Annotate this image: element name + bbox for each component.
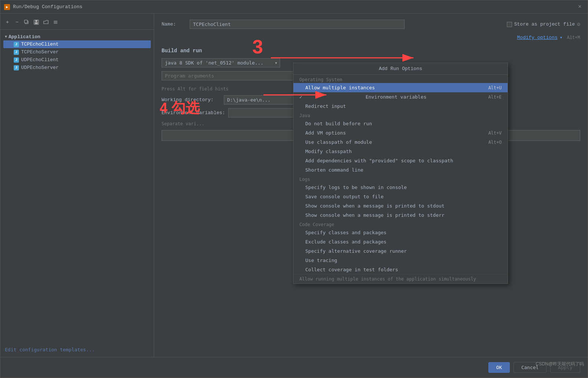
specify-coverage-runner-label: Specify alternative coverage runner — [305, 248, 407, 254]
dialog-title: Run/Debug Configurations — [13, 4, 82, 10]
add-run-options-dropdown: Add Run Options Operating System Allow m… — [293, 63, 508, 284]
add-vm-options-shortcut: Alt+V — [488, 130, 502, 136]
allow-multiple-instances-item[interactable]: Allow multiple instances Alt+U — [293, 83, 508, 92]
application-group-header[interactable]: ▼ Application — [3, 33, 151, 40]
redirect-input-item[interactable]: Redirect input — [293, 102, 508, 111]
build-run-section-header: Build and run — [162, 48, 580, 54]
modify-options-row: Modify options ▾ Alt+M — [162, 35, 580, 40]
environment-variables-item[interactable]: ✓ Environment variables Alt+E — [293, 92, 508, 102]
config-item-label: TCPEchoServer — [21, 49, 59, 55]
java-file-icon: J — [14, 50, 19, 55]
working-dir-label: Working directory: — [162, 97, 221, 103]
add-vm-options-item[interactable]: Add VM options Alt+V — [293, 128, 508, 137]
use-tracing-label: Use tracing — [305, 258, 337, 263]
shorten-command-item[interactable]: Shorten command line — [293, 165, 508, 175]
show-console-stdout-item[interactable]: Show console when a message is printed t… — [293, 201, 508, 210]
specify-classes-label: Specify classes and packages — [305, 230, 386, 235]
app-icon: ▶ — [4, 4, 10, 10]
sidebar-toolbar: + − — [0, 17, 154, 30]
environment-variables-label: Environment variables — [366, 94, 426, 100]
show-console-stderr-item[interactable]: Show console when a message is printed t… — [293, 210, 508, 220]
use-tracing-item[interactable]: Use tracing — [293, 256, 508, 265]
config-tree: ▼ Application J TCPEchoClient J TCPEchoS… — [0, 30, 154, 75]
config-item-label: UDPEchoServer — [21, 65, 59, 70]
env-vars-label: Environment variables: — [162, 110, 225, 116]
save-config-button[interactable] — [32, 18, 40, 26]
run-debug-dialog: ▶ Run/Debug Configurations × + − — [0, 0, 588, 378]
svg-rect-4 — [35, 22, 38, 24]
dropdown-header: Add Run Options — [293, 63, 508, 75]
store-project-label: Store as project file — [514, 21, 575, 27]
store-project-gear-icon[interactable]: ⚙ — [577, 21, 580, 27]
do-not-build-label: Do not build before run — [305, 121, 372, 126]
save-console-label: Save console output to file — [305, 194, 383, 199]
config-item-label: UDPEchoClient — [21, 57, 59, 63]
use-classpath-item[interactable]: Use classpath of module Alt+O — [293, 137, 508, 147]
config-item-label: TCPEchoClient — [21, 42, 59, 47]
application-group: ▼ Application J TCPEchoClient J TCPEchoS… — [0, 32, 154, 73]
java-file-icon: J — [14, 42, 19, 47]
ok-button[interactable]: OK — [488, 362, 510, 373]
modify-shortcut-label: Alt+M — [567, 35, 580, 40]
svg-rect-1 — [24, 20, 27, 23]
add-dependencies-item[interactable]: Add dependencies with "provided" scope t… — [293, 156, 508, 165]
modify-dropdown-icon: ▾ — [560, 35, 562, 40]
environment-variables-shortcut: Alt+E — [488, 94, 502, 100]
shorten-command-label: Shorten command line — [305, 167, 363, 173]
java-file-icon: J — [14, 65, 19, 70]
modify-classpath-item[interactable]: Modify classpath — [293, 147, 508, 156]
java-section-label: Java — [293, 111, 508, 119]
add-vm-options-label: Add VM options — [305, 130, 346, 136]
logs-section-label: Logs — [293, 175, 508, 183]
do-not-build-item[interactable]: Do not build before run — [293, 119, 508, 128]
name-input[interactable] — [190, 20, 405, 29]
name-label: Name: — [162, 21, 184, 27]
use-classpath-label: Use classpath of module — [305, 139, 372, 145]
close-button[interactable]: × — [578, 4, 584, 10]
sdk-select[interactable]: java 8 SDK of 'net_0512' module... ▾ — [162, 58, 280, 67]
modify-options-link[interactable]: Modify options — [517, 35, 558, 40]
code-coverage-section-label: Code Coverage — [293, 220, 508, 228]
add-config-button[interactable]: + — [3, 18, 11, 26]
footer: OK Cancel Apply — [0, 357, 588, 378]
env-vars-checkmark: ✓ — [299, 94, 302, 100]
store-project-row: Store as project file ⚙ — [507, 21, 580, 27]
collect-coverage-item[interactable]: Collect coverage in test folders — [293, 265, 508, 274]
allow-multiple-instances-label: Allow multiple instances — [305, 85, 375, 90]
sdk-dropdown-icon: ▾ — [275, 60, 278, 66]
config-item-udpechoclient[interactable]: J UDPEchoClient — [3, 56, 151, 64]
folder-config-button[interactable] — [42, 18, 50, 26]
config-item-tcpechoserver[interactable]: J TCPEchoServer — [3, 48, 151, 56]
os-section-label: Operating System — [293, 75, 508, 83]
store-project-checkbox[interactable] — [507, 22, 512, 27]
save-console-item[interactable]: Save console output to file — [293, 192, 508, 201]
exclude-classes-label: Exclude classes and packages — [305, 239, 386, 245]
add-dependencies-label: Add dependencies with "provided" scope t… — [305, 158, 453, 163]
dropdown-status-bar: Allow running multiple instances of the … — [293, 274, 508, 284]
title-bar: ▶ Run/Debug Configurations × — [0, 0, 588, 14]
specify-logs-item[interactable]: Specify logs to be shown in console — [293, 183, 508, 192]
sort-config-button[interactable] — [52, 18, 60, 26]
title-bar-left: ▶ Run/Debug Configurations — [4, 4, 82, 10]
use-classpath-shortcut: Alt+O — [488, 140, 502, 145]
csdn-watermark: CSDN@昨天敲代码了吗 — [536, 361, 584, 367]
sidebar: + − — [0, 14, 154, 378]
modify-classpath-label: Modify classpath — [305, 149, 352, 154]
config-item-udpechoserver[interactable]: J UDPEchoServer — [3, 64, 151, 72]
allow-multiple-instances-shortcut: Alt+U — [488, 85, 502, 90]
modify-options-area: Modify options ▾ Alt+M — [517, 35, 580, 40]
edit-templates-link[interactable]: Edit configuration templates... — [0, 344, 99, 355]
name-row: Name: Store as project file ⚙ — [162, 20, 580, 29]
collect-coverage-label: Collect coverage in test folders — [305, 267, 398, 272]
specify-classes-item[interactable]: Specify classes and packages — [293, 228, 508, 237]
svg-rect-3 — [35, 20, 37, 22]
remove-config-button[interactable]: − — [13, 18, 21, 26]
application-group-label: Application — [9, 34, 40, 40]
java-file-icon: J — [14, 57, 19, 63]
specify-coverage-runner-item[interactable]: Specify alternative coverage runner — [293, 246, 508, 256]
specify-logs-label: Specify logs to be shown in console — [305, 185, 407, 190]
copy-config-button[interactable] — [23, 18, 31, 26]
config-item-tcpechoclient[interactable]: J TCPEchoClient — [3, 40, 151, 48]
show-console-stdout-label: Show console when a message is printed t… — [305, 203, 445, 209]
exclude-classes-item[interactable]: Exclude classes and packages — [293, 237, 508, 246]
